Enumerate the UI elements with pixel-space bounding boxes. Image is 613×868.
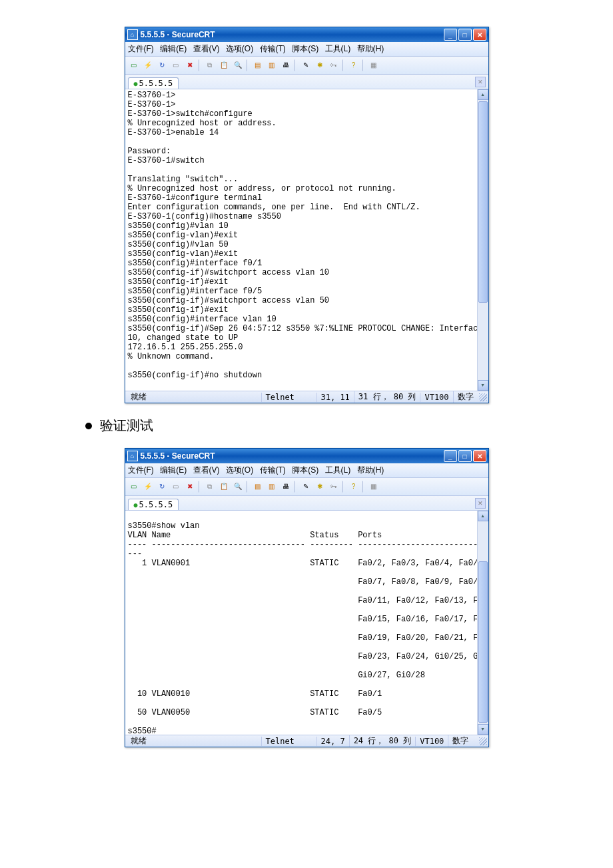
trace-icon[interactable]: ✱ — [313, 480, 326, 493]
session-options-icon[interactable]: ▤ — [251, 59, 265, 72]
status-emulation: VT100 — [420, 393, 452, 402]
copy-icon[interactable]: ⧉ — [203, 480, 217, 493]
tab-close-button[interactable]: ✕ — [475, 77, 486, 87]
key-icon[interactable]: 🗝 — [327, 59, 340, 72]
terminal-output[interactable]: s3550#show vlan VLAN Name Status Ports -… — [125, 511, 477, 735]
titlebar[interactable]: ⌂ 5.5.5.5 - SecureCRT _ □ ✕ — [125, 27, 488, 42]
misc-icon[interactable]: ▦ — [367, 480, 380, 493]
securecrt-window-1: ⌂ 5.5.5.5 - SecureCRT _ □ ✕ 文件(F) 编辑(E) … — [125, 27, 489, 403]
scroll-down-icon[interactable]: ▼ — [478, 380, 488, 391]
minimize-button[interactable]: _ — [444, 450, 457, 462]
quick-connect-icon[interactable]: ⚡ — [141, 480, 155, 493]
scrollbar[interactable]: ▲ ▼ — [477, 89, 488, 391]
maximize-button[interactable]: □ — [458, 29, 472, 41]
menu-edit[interactable]: 编辑(E) — [160, 465, 187, 475]
scrollbar[interactable]: ▲ ▼ — [477, 511, 488, 735]
session-tab[interactable]: ●5.5.5.5 — [128, 499, 179, 510]
close-button[interactable]: ✕ — [473, 29, 486, 41]
app-icon: ⌂ — [127, 451, 138, 461]
disconnect-icon[interactable]: ▭ — [169, 59, 183, 72]
trace-icon[interactable]: ✱ — [313, 59, 326, 72]
window-title: 5.5.5.5 - SecureCRT — [141, 30, 444, 39]
scroll-up-icon[interactable]: ▲ — [478, 89, 488, 100]
menu-file[interactable]: 文件(F) — [128, 44, 154, 53]
separator-icon — [199, 481, 201, 493]
resize-grip-icon[interactable] — [479, 393, 487, 401]
scroll-down-icon[interactable]: ▼ — [478, 724, 488, 735]
separator-icon — [199, 59, 201, 71]
status-mode: 数字 — [448, 735, 478, 747]
section-label: 验证测试 — [100, 417, 153, 435]
find-icon[interactable]: 🔍 — [231, 480, 245, 493]
status-emulation: VT100 — [415, 737, 448, 746]
disconnect-all-icon[interactable]: ✖ — [183, 480, 197, 493]
properties-icon[interactable]: ✎ — [299, 480, 312, 493]
menu-transfer[interactable]: 传输(T) — [260, 44, 286, 53]
session-options-icon[interactable]: ▤ — [251, 480, 265, 493]
titlebar[interactable]: ⌂ 5.5.5.5 - SecureCRT _ □ ✕ — [125, 449, 488, 463]
find-icon[interactable]: 🔍 — [231, 59, 245, 72]
minimize-button[interactable]: _ — [444, 29, 457, 41]
menu-view[interactable]: 查看(V) — [193, 44, 220, 53]
menu-script[interactable]: 脚本(S) — [292, 465, 318, 475]
menu-file[interactable]: 文件(F) — [128, 465, 154, 475]
tab-label: 5.5.5.5 — [139, 500, 173, 509]
print-icon[interactable]: 🖶 — [279, 480, 293, 493]
disconnect-icon[interactable]: ▭ — [169, 480, 183, 493]
menu-script[interactable]: 脚本(S) — [292, 44, 318, 53]
menu-help[interactable]: 帮助(H) — [357, 44, 384, 53]
reconnect-icon[interactable]: ↻ — [155, 59, 169, 72]
window-title: 5.5.5.5 - SecureCRT — [141, 451, 444, 461]
menu-options[interactable]: 选项(O) — [226, 465, 253, 475]
paste-icon[interactable]: 📋 — [217, 59, 231, 72]
status-dot-icon: ● — [134, 80, 138, 87]
maximize-button[interactable]: □ — [458, 450, 472, 462]
securecrt-window-2: ⌂ 5.5.5.5 - SecureCRT _ □ ✕ 文件(F) 编辑(E) … — [125, 448, 489, 747]
status-mode: 数字 — [453, 391, 479, 403]
reconnect-icon[interactable]: ↻ — [155, 480, 169, 493]
status-dimensions: 24 行， 80 列 — [349, 735, 416, 747]
terminal-output[interactable]: E-S3760-1> E-S3760-1> E-S3760-1>switch#c… — [125, 89, 477, 391]
status-protocol: Telnet — [261, 393, 316, 402]
status-dot-icon: ● — [134, 501, 138, 509]
print-icon[interactable]: 🖶 — [279, 59, 293, 72]
status-cursor-pos: 31, 11 — [316, 393, 354, 402]
scroll-up-icon[interactable]: ▲ — [478, 511, 488, 521]
menu-help[interactable]: 帮助(H) — [357, 465, 384, 475]
key-icon[interactable]: 🗝 — [327, 480, 340, 493]
menu-tools[interactable]: 工具(L) — [325, 465, 351, 475]
menu-tools[interactable]: 工具(L) — [325, 44, 351, 53]
scroll-track[interactable] — [478, 100, 488, 380]
copy-icon[interactable]: ⧉ — [203, 59, 217, 72]
global-options-icon[interactable]: ▥ — [265, 480, 279, 493]
scroll-track[interactable] — [478, 521, 488, 724]
status-cursor-pos: 24, 7 — [316, 737, 349, 746]
misc-icon[interactable]: ▦ — [367, 59, 380, 72]
menu-transfer[interactable]: 传输(T) — [260, 465, 286, 475]
scroll-thumb[interactable] — [478, 101, 488, 303]
toolbar: ▭ ⚡ ↻ ▭ ✖ ⧉ 📋 🔍 ▤ ▥ 🖶 ✎ ✱ 🗝 ? ▦ — [125, 57, 488, 75]
tab-close-button[interactable]: ✕ — [475, 498, 486, 509]
separator-icon — [247, 59, 249, 71]
statusbar: 就绪 Telnet 31, 11 31 行， 80 列 VT100 数字 — [125, 391, 488, 403]
disconnect-all-icon[interactable]: ✖ — [183, 59, 197, 72]
connect-icon[interactable]: ▭ — [127, 59, 141, 72]
session-tab[interactable]: ●5.5.5.5 — [128, 77, 179, 89]
menu-edit[interactable]: 编辑(E) — [160, 44, 187, 53]
help-icon[interactable]: ? — [347, 59, 360, 72]
menu-options[interactable]: 选项(O) — [226, 44, 253, 53]
menubar[interactable]: 文件(F) 编辑(E) 查看(V) 选项(O) 传输(T) 脚本(S) 工具(L… — [125, 42, 488, 57]
quick-connect-icon[interactable]: ⚡ — [141, 59, 155, 72]
menu-view[interactable]: 查看(V) — [193, 465, 220, 475]
help-icon[interactable]: ? — [347, 480, 360, 493]
menubar[interactable]: 文件(F) 编辑(E) 查看(V) 选项(O) 传输(T) 脚本(S) 工具(L… — [125, 463, 488, 478]
connect-icon[interactable]: ▭ — [127, 480, 141, 493]
paste-icon[interactable]: 📋 — [217, 480, 231, 493]
global-options-icon[interactable]: ▥ — [265, 59, 279, 72]
tabbar: ●5.5.5.5 ✕ — [125, 496, 488, 511]
status-ready: 就绪 — [127, 391, 261, 403]
properties-icon[interactable]: ✎ — [299, 59, 312, 72]
close-button[interactable]: ✕ — [473, 450, 486, 462]
scroll-thumb[interactable] — [478, 561, 488, 723]
resize-grip-icon[interactable] — [479, 737, 487, 745]
